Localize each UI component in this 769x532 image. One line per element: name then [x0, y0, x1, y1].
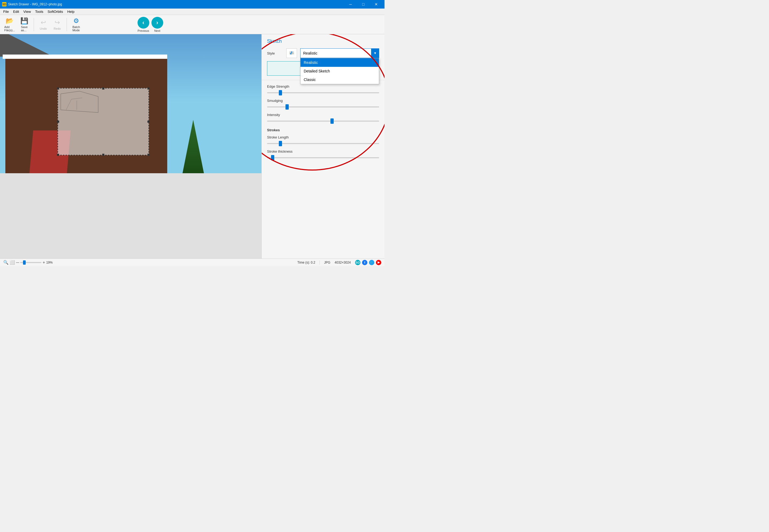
minimize-button[interactable]: ─	[344, 0, 357, 9]
separator-1	[34, 18, 34, 31]
intensity-track	[267, 121, 379, 122]
stroke-length-track	[267, 143, 379, 144]
dropdown-option-classic[interactable]: Classic	[301, 75, 379, 84]
app-icon: SD	[2, 2, 6, 6]
right-panel: Sketch Style Realistic ▼	[262, 34, 384, 259]
menubar: File Edit View Tools SoftOrbits Help	[0, 9, 384, 15]
redo-button[interactable]: ↪ Redo	[51, 18, 64, 31]
svg-point-9	[291, 52, 293, 53]
zoom-thumb[interactable]	[23, 260, 26, 265]
facebook-icon[interactable]: f	[362, 260, 367, 265]
previous-button[interactable]: ‹	[137, 17, 149, 29]
next-label: Next	[154, 29, 160, 32]
dropdown-option-detailed[interactable]: Detailed Sketch	[301, 67, 379, 75]
format-label: JPG	[324, 261, 330, 264]
toolbar-file-group: 📂 AddFile(s)... 💾 Saveas...	[2, 16, 31, 33]
smudging-label: Smudging	[267, 99, 379, 103]
menu-file[interactable]: File	[1, 9, 11, 14]
next-nav-group: › Next	[151, 17, 163, 32]
stroke-length-label: Stroke Length	[267, 135, 379, 139]
snow-on-roof	[3, 55, 167, 59]
youtube-icon[interactable]: ▶	[376, 260, 381, 265]
menu-edit[interactable]: Edit	[11, 9, 21, 14]
roof-left	[0, 34, 53, 57]
previous-label: Previous	[137, 29, 149, 32]
zoom-search-icon[interactable]: 🔍	[3, 260, 9, 265]
sketch-section: Sketch Style Realistic ▼	[262, 34, 384, 80]
intensity-label: Intensity	[267, 113, 379, 117]
save-icon: 💾	[20, 17, 28, 25]
snow-ground	[0, 173, 262, 259]
svg-line-1	[79, 91, 98, 97]
strokes-divider: Strokes	[267, 128, 379, 132]
menu-view[interactable]: View	[21, 9, 33, 14]
tree	[182, 120, 204, 173]
save-as-button[interactable]: 💾 Saveas...	[18, 16, 31, 33]
stroke-length-slider[interactable]	[267, 141, 379, 146]
smudging-slider[interactable]	[267, 104, 379, 110]
main-layout: Sketch Style Realistic ▼	[0, 34, 384, 259]
style-dropdown[interactable]: Realistic	[300, 48, 379, 58]
next-button[interactable]: ›	[151, 17, 163, 29]
titlebar-left: SD Sketch Drawer - IMG_0912~photo.jpg	[2, 2, 62, 6]
zoom-rect-icon[interactable]: ⬜	[10, 260, 15, 265]
zoom-out-button[interactable]: ─	[16, 260, 19, 265]
sketch-title: Sketch	[267, 38, 379, 44]
maximize-button[interactable]: □	[357, 0, 370, 9]
style-dropdown-wrapper: Realistic ▼ Realistic Detailed Sketch Cl…	[300, 48, 379, 58]
previous-nav-group: ‹ Previous	[137, 17, 149, 32]
toolbar-history-group: ↩ Undo ↪ Redo	[37, 18, 64, 31]
close-button[interactable]: ✕	[370, 0, 382, 9]
zoom-value: 19%	[46, 261, 53, 264]
toolbar-batch-group: ⚙ BatchMode	[70, 16, 83, 33]
menu-softorbits[interactable]: SoftOrbits	[45, 9, 65, 14]
nav-wrapper: ‹ Previous › Next	[137, 17, 163, 32]
zoom-in-button[interactable]: +	[43, 260, 45, 265]
svg-line-0	[61, 91, 79, 94]
titlebar-title: Sketch Drawer - IMG_0912~photo.jpg	[8, 2, 62, 6]
dropdown-arrow-icon: ▼	[371, 48, 379, 58]
smudging-thumb[interactable]	[286, 104, 289, 110]
svg-line-5	[66, 99, 71, 110]
statusbar: 🔍 ⬜ ─ + 19% Time (s): 0.2 JPG 4032×3024 …	[0, 259, 384, 266]
time-label: Time (s): 0.2	[297, 261, 315, 264]
style-dropdown-menu: Realistic Detailed Sketch Classic	[300, 58, 379, 84]
menu-tools[interactable]: Tools	[33, 9, 45, 14]
menu-help[interactable]: Help	[65, 9, 76, 14]
edge-strength-thumb[interactable]	[279, 90, 282, 95]
canvas-area[interactable]	[0, 34, 262, 259]
add-files-button[interactable]: 📂 AddFile(s)...	[2, 16, 17, 33]
intensity-thumb[interactable]	[330, 118, 334, 124]
dimensions-label: 4032×3024	[335, 261, 351, 264]
separator-2	[67, 18, 67, 31]
stroke-length-thumb[interactable]	[279, 141, 282, 146]
statusbar-right: Time (s): 0.2 JPG 4032×3024 SO f 🐦 ▶	[297, 260, 381, 265]
undo-icon: ↩	[41, 19, 46, 26]
intensity-slider[interactable]	[267, 118, 379, 124]
titlebar-controls: ─ □ ✕	[344, 0, 382, 9]
sliders-icon	[289, 51, 294, 55]
undo-label: Undo	[40, 27, 47, 30]
sketch-selection-overlay	[57, 88, 149, 155]
stroke-thickness-slider[interactable]	[267, 155, 379, 160]
titlebar: SD Sketch Drawer - IMG_0912~photo.jpg ─ …	[0, 0, 384, 9]
svg-point-11	[290, 53, 292, 55]
dropdown-option-realistic[interactable]: Realistic	[301, 58, 379, 67]
undo-button[interactable]: ↩ Undo	[37, 18, 50, 31]
batch-mode-button[interactable]: ⚙ BatchMode	[70, 16, 83, 33]
zoom-slider[interactable]	[20, 262, 41, 263]
style-label: Style	[267, 51, 283, 55]
softorbits-icon[interactable]: SO	[355, 260, 360, 265]
edge-strength-slider[interactable]	[267, 90, 379, 95]
toolbar: 📂 AddFile(s)... 💾 Saveas... ↩ Undo ↪ Red…	[0, 15, 384, 34]
stroke-thickness-track	[267, 157, 379, 158]
image-canvas	[0, 34, 262, 259]
batch-icon: ⚙	[73, 17, 79, 25]
batch-mode-label: BatchMode	[72, 25, 80, 32]
stroke-thickness-thumb[interactable]	[271, 155, 274, 160]
edge-strength-label: Edge Strength	[267, 84, 379, 88]
smudging-track	[267, 106, 379, 107]
add-files-label: AddFile(s)...	[4, 25, 15, 32]
filter-icon-button[interactable]	[286, 48, 297, 58]
twitter-icon[interactable]: 🐦	[369, 260, 374, 265]
